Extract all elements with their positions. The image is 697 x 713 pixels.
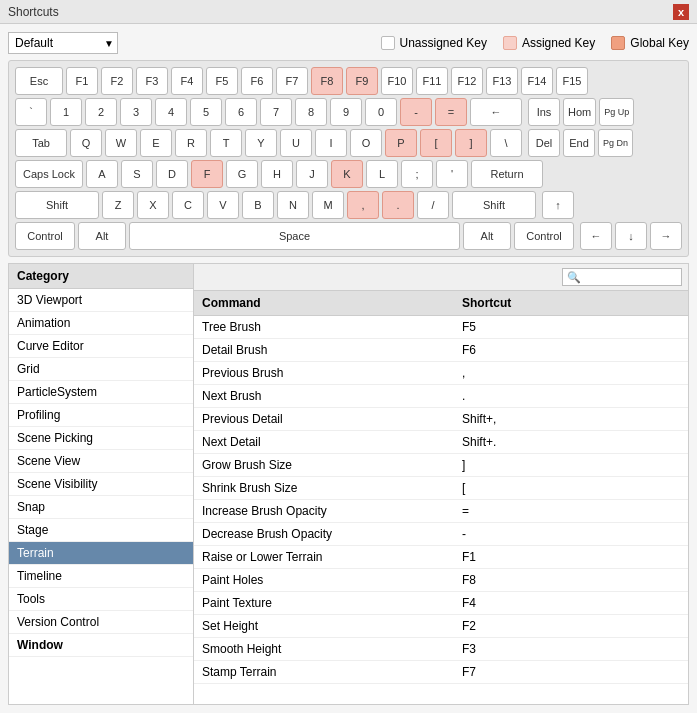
key-y[interactable]: Y: [245, 129, 277, 157]
key-m[interactable]: M: [312, 191, 344, 219]
key-f1[interactable]: F1: [66, 67, 98, 95]
category-item[interactable]: Scene Visibility: [9, 473, 193, 496]
key-ctrl-left[interactable]: Control: [15, 222, 75, 250]
category-item[interactable]: Timeline: [9, 565, 193, 588]
key-backslash[interactable]: \: [490, 129, 522, 157]
key-backspace[interactable]: ←: [470, 98, 522, 126]
command-row[interactable]: Decrease Brush Opacity-: [194, 523, 688, 546]
key-2[interactable]: 2: [85, 98, 117, 126]
key-period[interactable]: .: [382, 191, 414, 219]
category-item[interactable]: Grid: [9, 358, 193, 381]
key-pgup[interactable]: Pg Up: [599, 98, 634, 126]
key-space[interactable]: Space: [129, 222, 460, 250]
key-comma[interactable]: ,: [347, 191, 379, 219]
key-rightarrow[interactable]: →: [650, 222, 682, 250]
command-row[interactable]: Next Brush.: [194, 385, 688, 408]
key-rbracket[interactable]: ]: [455, 129, 487, 157]
command-row[interactable]: Paint HolesF8: [194, 569, 688, 592]
commands-list[interactable]: Tree BrushF5Detail BrushF6Previous Brush…: [194, 316, 688, 704]
command-row[interactable]: Grow Brush Size]: [194, 454, 688, 477]
search-input[interactable]: [562, 268, 682, 286]
command-row[interactable]: Smooth HeightF3: [194, 638, 688, 661]
command-row[interactable]: Detail BrushF6: [194, 339, 688, 362]
key-tab[interactable]: Tab: [15, 129, 67, 157]
command-row[interactable]: Set HeightF2: [194, 615, 688, 638]
key-f12[interactable]: F12: [451, 67, 483, 95]
category-item[interactable]: Profiling: [9, 404, 193, 427]
category-item[interactable]: Version Control: [9, 611, 193, 634]
category-list[interactable]: 3D ViewportAnimationCurve EditorGridPart…: [9, 289, 193, 704]
key-f7[interactable]: F7: [276, 67, 308, 95]
key-7[interactable]: 7: [260, 98, 292, 126]
category-item[interactable]: Scene Picking: [9, 427, 193, 450]
key-minus[interactable]: -: [400, 98, 432, 126]
close-button[interactable]: x: [673, 4, 689, 20]
key-9[interactable]: 9: [330, 98, 362, 126]
key-j[interactable]: J: [296, 160, 328, 188]
key-6[interactable]: 6: [225, 98, 257, 126]
command-row[interactable]: Tree BrushF5: [194, 316, 688, 339]
key-alt-left[interactable]: Alt: [78, 222, 126, 250]
command-row[interactable]: Next DetailShift+.: [194, 431, 688, 454]
key-f9[interactable]: F9: [346, 67, 378, 95]
key-return[interactable]: Return: [471, 160, 543, 188]
key-shift-left[interactable]: Shift: [15, 191, 99, 219]
key-v[interactable]: V: [207, 191, 239, 219]
key-p[interactable]: P: [385, 129, 417, 157]
key-alt-right[interactable]: Alt: [463, 222, 511, 250]
key-esc[interactable]: Esc: [15, 67, 63, 95]
command-row[interactable]: Increase Brush Opacity=: [194, 500, 688, 523]
category-item[interactable]: Animation: [9, 312, 193, 335]
key-end[interactable]: End: [563, 129, 595, 157]
key-quote[interactable]: ': [436, 160, 468, 188]
key-capslock[interactable]: Caps Lock: [15, 160, 83, 188]
key-x[interactable]: X: [137, 191, 169, 219]
key-a[interactable]: A: [86, 160, 118, 188]
key-f3[interactable]: F3: [136, 67, 168, 95]
key-ctrl-right[interactable]: Control: [514, 222, 574, 250]
category-item[interactable]: Stage: [9, 519, 193, 542]
key-k[interactable]: K: [331, 160, 363, 188]
key-lbracket[interactable]: [: [420, 129, 452, 157]
key-f5[interactable]: F5: [206, 67, 238, 95]
key-f4[interactable]: F4: [171, 67, 203, 95]
category-item[interactable]: 3D Viewport: [9, 289, 193, 312]
key-t[interactable]: T: [210, 129, 242, 157]
key-leftarrow[interactable]: ←: [580, 222, 612, 250]
key-u[interactable]: U: [280, 129, 312, 157]
key-5[interactable]: 5: [190, 98, 222, 126]
category-item[interactable]: ParticleSystem: [9, 381, 193, 404]
key-l[interactable]: L: [366, 160, 398, 188]
key-i[interactable]: I: [315, 129, 347, 157]
key-8[interactable]: 8: [295, 98, 327, 126]
command-row[interactable]: Previous Brush,: [194, 362, 688, 385]
key-0[interactable]: 0: [365, 98, 397, 126]
key-b[interactable]: B: [242, 191, 274, 219]
command-row[interactable]: Shrink Brush Size[: [194, 477, 688, 500]
key-z[interactable]: Z: [102, 191, 134, 219]
key-slash[interactable]: /: [417, 191, 449, 219]
command-row[interactable]: Raise or Lower TerrainF1: [194, 546, 688, 569]
key-f2[interactable]: F2: [101, 67, 133, 95]
key-1[interactable]: 1: [50, 98, 82, 126]
key-3[interactable]: 3: [120, 98, 152, 126]
key-w[interactable]: W: [105, 129, 137, 157]
profile-dropdown[interactable]: Default: [8, 32, 118, 54]
key-c[interactable]: C: [172, 191, 204, 219]
command-row[interactable]: Paint TextureF4: [194, 592, 688, 615]
category-item[interactable]: Window: [9, 634, 193, 657]
key-f6[interactable]: F6: [241, 67, 273, 95]
key-backtick[interactable]: `: [15, 98, 47, 126]
key-f[interactable]: F: [191, 160, 223, 188]
category-item[interactable]: Snap: [9, 496, 193, 519]
key-e[interactable]: E: [140, 129, 172, 157]
key-f14[interactable]: F14: [521, 67, 553, 95]
key-g[interactable]: G: [226, 160, 258, 188]
key-f8[interactable]: F8: [311, 67, 343, 95]
key-equals[interactable]: =: [435, 98, 467, 126]
category-item[interactable]: Curve Editor: [9, 335, 193, 358]
category-item[interactable]: Scene View: [9, 450, 193, 473]
key-f15[interactable]: F15: [556, 67, 588, 95]
key-f11[interactable]: F11: [416, 67, 448, 95]
key-hom[interactable]: Hom: [563, 98, 596, 126]
